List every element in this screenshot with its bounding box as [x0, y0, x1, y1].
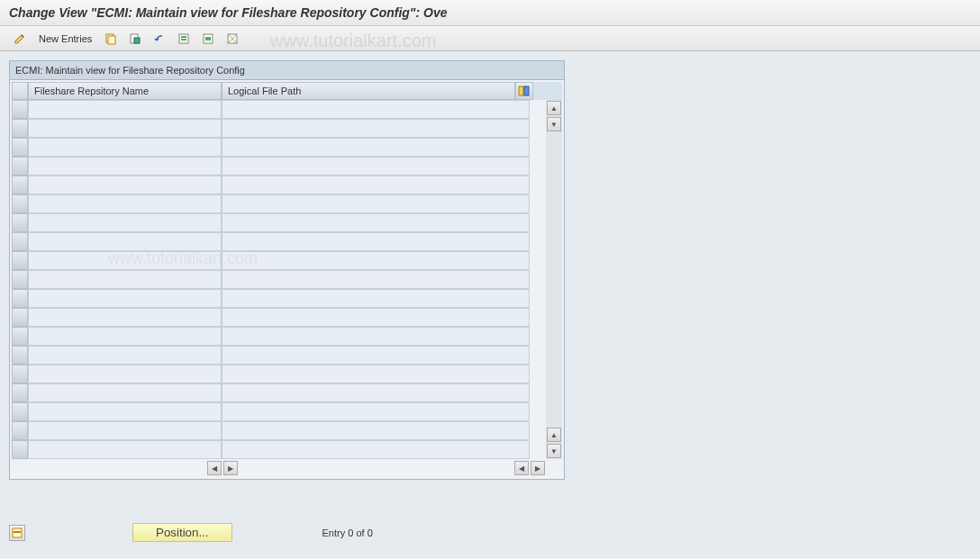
select-block-icon[interactable]: [197, 30, 219, 48]
table-row[interactable]: [12, 232, 546, 251]
scroll-up-icon[interactable]: ▲: [547, 101, 561, 115]
table-row[interactable]: [12, 157, 546, 176]
row-selector[interactable]: [12, 138, 28, 157]
cell-logical[interactable]: [222, 365, 530, 383]
table-row[interactable]: [12, 327, 546, 346]
cell-logical[interactable]: [222, 327, 530, 346]
table-row[interactable]: [12, 213, 546, 232]
scroll-right-icon[interactable]: ▶: [531, 461, 545, 475]
cell-fileshare[interactable]: [28, 346, 222, 365]
cell-fileshare[interactable]: [28, 157, 222, 176]
row-selector[interactable]: [12, 194, 28, 213]
table-row[interactable]: [12, 270, 546, 289]
cell-logical[interactable]: [222, 157, 530, 176]
row-selector[interactable]: [12, 327, 28, 346]
cell-logical[interactable]: [222, 402, 530, 421]
cell-fileshare[interactable]: [28, 383, 222, 402]
row-selector[interactable]: [12, 270, 28, 289]
cell-fileshare[interactable]: [28, 194, 222, 213]
table-row[interactable]: [12, 383, 546, 402]
row-selector[interactable]: [12, 383, 28, 402]
table-row[interactable]: [12, 138, 546, 157]
row-selector[interactable]: [12, 232, 28, 251]
select-all-column[interactable]: [12, 82, 28, 100]
table-row[interactable]: [12, 194, 546, 213]
cell-fileshare[interactable]: [28, 402, 222, 421]
deselect-all-icon[interactable]: [222, 30, 243, 48]
cell-fileshare[interactable]: [28, 421, 222, 440]
table-row[interactable]: [12, 119, 546, 138]
table-row[interactable]: [12, 440, 546, 459]
position-icon[interactable]: [9, 525, 25, 541]
cell-logical[interactable]: [222, 308, 530, 327]
cell-fileshare[interactable]: [28, 232, 222, 251]
table-row[interactable]: [12, 289, 546, 308]
cell-logical[interactable]: [222, 176, 530, 194]
cell-logical[interactable]: [222, 440, 530, 459]
scroll-right-icon[interactable]: ▶: [223, 461, 238, 475]
cell-fileshare[interactable]: [28, 440, 222, 459]
row-selector[interactable]: [12, 440, 28, 459]
column-fileshare-name[interactable]: Fileshare Repsitory Name: [28, 82, 222, 100]
table-row[interactable]: [12, 346, 546, 365]
table-row[interactable]: [12, 251, 546, 270]
row-selector[interactable]: [12, 100, 28, 119]
table-row[interactable]: [12, 308, 546, 327]
column-logical-path[interactable]: Logical File Path: [222, 82, 515, 100]
scroll-down-icon[interactable]: ▼: [547, 444, 561, 458]
cell-logical[interactable]: [222, 194, 530, 213]
row-selector[interactable]: [12, 157, 28, 176]
cell-fileshare[interactable]: [28, 365, 222, 383]
scroll-left-icon[interactable]: ◀: [207, 461, 222, 475]
cell-logical[interactable]: [222, 270, 530, 289]
cell-logical[interactable]: [222, 100, 530, 119]
cell-logical[interactable]: [222, 232, 530, 251]
cell-logical[interactable]: [222, 421, 530, 440]
scroll-up-icon[interactable]: ▲: [547, 428, 561, 442]
row-selector[interactable]: [12, 119, 28, 138]
row-selector[interactable]: [12, 176, 28, 194]
cell-logical[interactable]: [222, 383, 530, 402]
cell-fileshare[interactable]: [28, 176, 222, 194]
column-config-icon[interactable]: [515, 82, 533, 100]
cell-fileshare[interactable]: [28, 308, 222, 327]
cell-fileshare[interactable]: [28, 327, 222, 346]
delete-icon[interactable]: [124, 30, 146, 48]
table-row[interactable]: [12, 421, 546, 440]
undo-icon[interactable]: [149, 30, 170, 48]
table-row[interactable]: [12, 402, 546, 421]
cell-logical[interactable]: [222, 346, 530, 365]
cell-fileshare[interactable]: [28, 251, 222, 270]
toggle-change-icon[interactable]: [9, 30, 31, 48]
cell-fileshare[interactable]: [28, 119, 222, 138]
scroll-left-icon[interactable]: ◀: [514, 461, 529, 475]
position-button[interactable]: Position...: [132, 523, 232, 542]
row-selector[interactable]: [12, 421, 28, 440]
table-row[interactable]: [12, 176, 546, 194]
scroll-track[interactable]: [546, 132, 562, 427]
scroll-down-icon[interactable]: ▼: [547, 117, 561, 131]
table-row[interactable]: [12, 365, 546, 383]
row-selector[interactable]: [12, 251, 28, 270]
cell-logical[interactable]: [222, 213, 530, 232]
row-selector[interactable]: [12, 365, 28, 383]
cell-logical[interactable]: [222, 289, 530, 308]
row-selector[interactable]: [12, 308, 28, 327]
row-selector[interactable]: [12, 289, 28, 308]
table-row[interactable]: [12, 100, 546, 119]
row-selector[interactable]: [12, 346, 28, 365]
row-selector[interactable]: [12, 213, 28, 232]
select-all-icon[interactable]: [173, 30, 195, 48]
cell-fileshare[interactable]: [28, 100, 222, 119]
cell-logical[interactable]: [222, 138, 530, 157]
cell-fileshare[interactable]: [28, 138, 222, 157]
cell-fileshare[interactable]: [28, 213, 222, 232]
row-selector[interactable]: [12, 402, 28, 421]
cell-fileshare[interactable]: [28, 289, 222, 308]
copy-as-icon[interactable]: [100, 30, 122, 48]
new-entries-button[interactable]: New Entries: [33, 32, 97, 46]
cell-logical[interactable]: [222, 119, 530, 138]
vertical-scrollbar[interactable]: ▲ ▼ ▲ ▼: [546, 100, 562, 459]
cell-fileshare[interactable]: [28, 270, 222, 289]
cell-logical[interactable]: [222, 251, 530, 270]
